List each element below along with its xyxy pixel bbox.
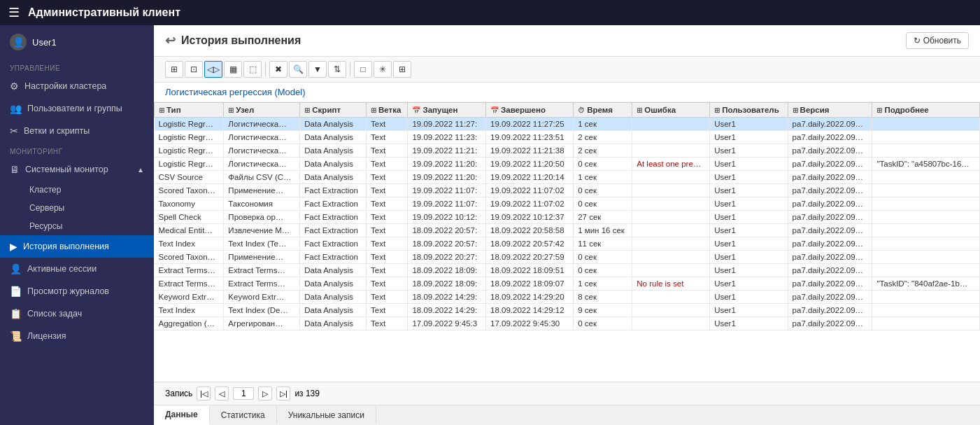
toolbar-btn-sort[interactable]: ⇅	[328, 61, 346, 78]
sidebar-item-users[interactable]: 👥 Пользователи и группы	[0, 97, 154, 120]
tab-unique[interactable]: Уникальные записи	[277, 406, 376, 424]
table-row[interactable]: Aggregation (…Агрегирован…Data AnalysisT…	[155, 317, 980, 330]
cell-started: 18.09.2022 14:29:	[408, 304, 486, 317]
cell-type: Logistic Regr…	[155, 144, 224, 158]
table-row[interactable]: Text IndexText Index (Te…Fact Extraction…	[155, 237, 980, 251]
toolbar-btn-view[interactable]: ⊡	[185, 61, 203, 78]
col-script-icon: ⊞	[304, 106, 310, 114]
menu-icon[interactable]: ☰	[8, 5, 20, 20]
table-row[interactable]: Scored Taxon…Применение…Fact ExtractionT…	[155, 251, 980, 264]
toolbar-btn-table1[interactable]: ▦	[224, 61, 242, 78]
cell-started: 19.09.2022 11:20:	[408, 171, 486, 184]
toolbar-btn-plus[interactable]: ⊞	[393, 61, 411, 78]
sidebar-item-sysmon-label: Системный монитор	[25, 165, 108, 174]
sidebar-item-cluster-sub[interactable]: Кластер	[20, 181, 154, 199]
cell-error	[632, 251, 710, 264]
cell-node: Проверка ор…	[224, 211, 300, 224]
cell-time: 2 сек	[574, 131, 632, 144]
table-row[interactable]: Logistic Regr…Логистическа…Data Analysis…	[155, 158, 980, 171]
cell-script: Data Analysis	[300, 264, 367, 277]
toolbar-btn-filter[interactable]: ▼	[308, 61, 327, 78]
cell-version: pa7.daily.2022.09…	[788, 277, 872, 291]
tab-data[interactable]: Данные	[154, 405, 210, 425]
pagination-next[interactable]: ▷	[258, 386, 272, 400]
sidebar-item-license-label: Лицензия	[27, 331, 66, 341]
cell-user: User1	[710, 251, 788, 264]
table-row[interactable]: Logistic Regr…Логистическа…Data Analysis…	[155, 144, 980, 158]
cell-branch: Text	[367, 184, 408, 197]
toolbar-btn-select[interactable]: □	[354, 61, 372, 78]
sidebar-item-logs[interactable]: 📄 Просмотр журналов	[0, 280, 154, 302]
sidebar-item-license[interactable]: 📜 Лицензия	[0, 325, 154, 347]
cell-started: 19.09.2022 11:27:	[408, 118, 486, 131]
table-row[interactable]: Text IndexText Index (De…Data AnalysisTe…	[155, 304, 980, 317]
pagination-first[interactable]: |◁	[197, 386, 211, 400]
cell-node: Логистическа…	[224, 158, 300, 171]
cell-branch: Text	[367, 144, 408, 158]
tab-stats[interactable]: Статистика	[210, 406, 277, 424]
table-row[interactable]: TaxonomyТаксономияFact ExtractionText19.…	[155, 197, 980, 211]
cell-details	[872, 171, 980, 184]
toolbar-btn-table2[interactable]: ⬚	[243, 61, 262, 78]
sidebar-item-tasks[interactable]: 📋 Список задач	[0, 302, 154, 325]
pagination: Запись |◁ ◁ ▷ ▷| из 139	[154, 382, 980, 405]
cell-started: 19.09.2022 11:23:	[408, 131, 486, 144]
pagination-last[interactable]: ▷|	[276, 386, 290, 400]
cell-time: 2 сек	[574, 144, 632, 158]
sidebar-item-history[interactable]: ▶ История выполнения	[0, 235, 154, 258]
sidebar-item-sessions[interactable]: 👤 Активные сессии	[0, 258, 154, 280]
cell-node: Применение…	[224, 184, 300, 197]
cell-user: User1	[710, 264, 788, 277]
refresh-label: Обновить	[923, 36, 961, 46]
cell-branch: Text	[367, 277, 408, 291]
table-row[interactable]: Logistic Regr…Логистическа…Data Analysis…	[155, 118, 980, 131]
cell-started: 19.09.2022 10:12:	[408, 211, 486, 224]
table-row[interactable]: Keyword Extr…Keyword Extr…Data AnalysisT…	[155, 291, 980, 304]
cell-node: Файлы CSV (C…	[224, 171, 300, 184]
table-row[interactable]: Scored Taxon…Применение…Fact ExtractionT…	[155, 184, 980, 197]
table-row[interactable]: CSV SourceФайлы CSV (C…Data AnalysisText…	[155, 171, 980, 184]
cell-started: 18.09.2022 14:29:	[408, 291, 486, 304]
col-time-icon: ⏱	[578, 106, 585, 114]
table-row[interactable]: Extract Terms…Extract Terms…Data Analysi…	[155, 264, 980, 277]
pagination-prev[interactable]: ◁	[215, 386, 229, 400]
pagination-of: из 139	[294, 389, 320, 398]
cell-type: Taxonomy	[155, 197, 224, 211]
toolbar-sep2	[350, 62, 350, 76]
cell-time: 0 сек	[574, 317, 632, 330]
toolbar-btn-star[interactable]: ✳	[374, 61, 392, 78]
cell-type: CSV Source	[155, 171, 224, 184]
cell-time: 9 сек	[574, 304, 632, 317]
cell-script: Data Analysis	[300, 171, 367, 184]
table-row[interactable]: Logistic Regr…Логистическа…Data Analysis…	[155, 131, 980, 144]
cell-version: pa7.daily.2022.09…	[788, 264, 872, 277]
toolbar-btn-nav[interactable]: ◁▷	[204, 61, 222, 78]
toolbar-btn-grid[interactable]: ⊞	[165, 61, 183, 78]
cell-finished: 19.09.2022 11:07:02	[486, 197, 574, 211]
col-version: ⊞Версия	[788, 103, 872, 118]
sidebar-item-resources[interactable]: Ресурсы	[20, 217, 154, 235]
top-bar: ☰ Административный клиент	[0, 0, 980, 25]
cell-time: 8 сек	[574, 291, 632, 304]
sidebar-item-sysmon[interactable]: 🖥 Системный монитор ▲	[0, 158, 154, 181]
pagination-page-input[interactable]	[233, 387, 254, 400]
cell-type: Logistic Regr…	[155, 118, 224, 131]
sidebar-item-cluster[interactable]: ⚙ Настройки кластера	[0, 75, 154, 97]
toolbar-btn-delete[interactable]: ✖	[269, 61, 287, 78]
table-row[interactable]: Extract Terms…Extract Terms…Data Analysi…	[155, 277, 980, 291]
sidebar-item-servers[interactable]: Серверы	[20, 199, 154, 217]
cell-user: User1	[710, 144, 788, 158]
sidebar-item-branches[interactable]: ✂ Ветки и скрипты	[0, 120, 154, 142]
cell-branch: Text	[367, 291, 408, 304]
refresh-button[interactable]: ↻ Обновить	[906, 32, 969, 49]
cell-script: Data Analysis	[300, 158, 367, 171]
toolbar-btn-search[interactable]: 🔍	[289, 61, 307, 78]
table-row[interactable]: Spell CheckПроверка ор…Fact ExtractionTe…	[155, 211, 980, 224]
table-container[interactable]: ⊞Тип ⊞Узел ⊞Скрипт ⊞Ветка 📅Запущен 📅Заве…	[154, 102, 980, 382]
cell-version: pa7.daily.2022.09…	[788, 131, 872, 144]
col-type-icon: ⊞	[159, 106, 164, 114]
table-row[interactable]: Medical Entit…Извлечение М…Fact Extracti…	[155, 224, 980, 237]
cell-user: User1	[710, 277, 788, 291]
cell-version: pa7.daily.2022.09…	[788, 291, 872, 304]
cell-branch: Text	[367, 304, 408, 317]
